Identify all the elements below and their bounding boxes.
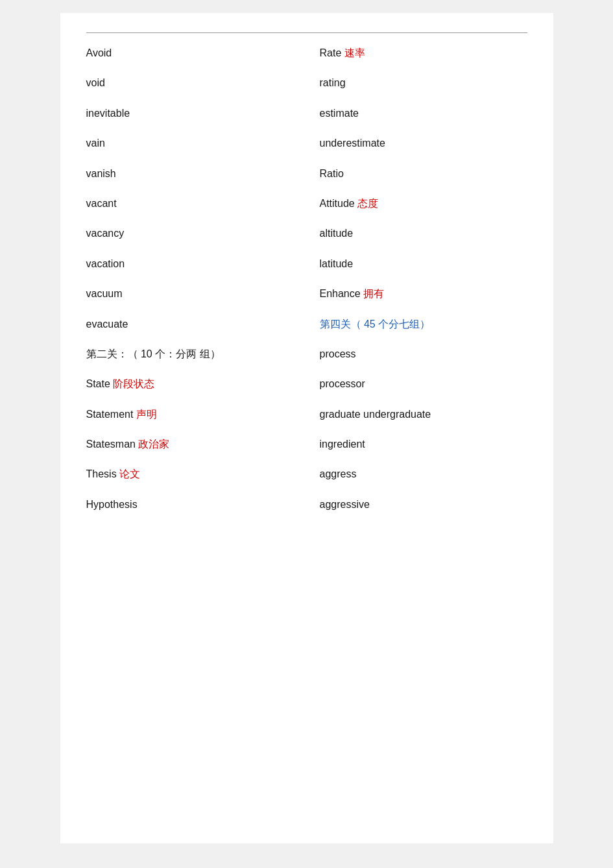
list-item: 第二关：（ 10 个：分两 组） [86, 347, 294, 361]
word-text: Ratio [320, 168, 344, 179]
list-item: underestimate [320, 136, 527, 151]
list-item: inevitable [86, 106, 294, 121]
list-item: vain [86, 136, 294, 151]
word-text: evacuate [86, 319, 128, 330]
left-column: Avoidvoidinevitablevainvanishvacantvacan… [86, 46, 294, 527]
list-item: 第四关（ 45 个分七组） [320, 317, 527, 332]
right-column: Rate 速率ratingestimateunderestimateRatioA… [320, 46, 527, 527]
list-item: aggress [320, 467, 527, 481]
list-item: evacuate [86, 317, 294, 332]
word-text: vain [86, 138, 105, 149]
list-item: Hypothesis [86, 498, 294, 512]
list-item: Statesman 政治家 [86, 437, 294, 452]
list-item: Statement 声明 [86, 407, 294, 422]
list-item: altitude [320, 226, 527, 241]
word-text: vanish [86, 168, 116, 179]
list-item: ingredient [320, 437, 527, 452]
word-text: vacuum [86, 288, 123, 299]
section-header-text: 第二关：（ 10 个：分两 组） [86, 348, 221, 359]
list-item: vacant [86, 197, 294, 211]
word-english: Thesis [86, 468, 120, 479]
section-header-text: 第四关（ 45 个分七组） [320, 319, 431, 330]
list-item: vacuum [86, 287, 294, 301]
word-text: inevitable [86, 108, 130, 119]
word-english: Rate [320, 47, 344, 58]
list-item: Avoid [86, 46, 294, 60]
word-text: processor [320, 378, 365, 389]
word-text: graduate undergraduate [320, 409, 431, 420]
word-chinese: 政治家 [138, 439, 169, 450]
word-chinese: 声明 [136, 409, 157, 420]
content-grid: Avoidvoidinevitablevainvanishvacantvacan… [86, 46, 527, 527]
list-item: aggressive [320, 498, 527, 512]
list-item: vanish [86, 167, 294, 181]
word-chinese: 阶段状态 [113, 378, 154, 389]
word-text: rating [320, 77, 346, 88]
page-container: Avoidvoidinevitablevainvanishvacantvacan… [60, 13, 553, 843]
top-divider [86, 32, 527, 33]
word-text: aggressive [320, 499, 370, 510]
list-item: latitude [320, 257, 527, 271]
word-chinese: 态度 [357, 198, 378, 209]
list-item: vacation [86, 257, 294, 271]
list-item: Attitude 态度 [320, 197, 527, 211]
word-text: ingredient [320, 439, 365, 450]
word-text: Hypothesis [86, 499, 138, 510]
list-item: estimate [320, 106, 527, 121]
word-text: void [86, 77, 105, 88]
word-chinese: 速率 [344, 47, 365, 58]
word-english: Attitude [320, 198, 358, 209]
word-english: State [86, 378, 114, 389]
list-item: Enhance 拥有 [320, 287, 527, 301]
word-chinese: 拥有 [363, 288, 384, 299]
list-item: rating [320, 76, 527, 90]
word-english: Enhance [320, 288, 364, 299]
word-english: Statement [86, 409, 136, 420]
word-chinese: 论文 [119, 468, 140, 479]
list-item: void [86, 76, 294, 90]
word-text: estimate [320, 108, 359, 119]
list-item: State 阶段状态 [86, 377, 294, 391]
word-english: Statesman [86, 439, 139, 450]
list-item: graduate undergraduate [320, 407, 527, 422]
list-item: processor [320, 377, 527, 391]
word-text: aggress [320, 468, 357, 479]
list-item: vacancy [86, 226, 294, 241]
word-text: underestimate [320, 138, 385, 149]
word-text: process [320, 348, 356, 359]
list-item: Ratio [320, 167, 527, 181]
word-text: Avoid [86, 47, 112, 58]
word-text: latitude [320, 258, 354, 269]
list-item: Thesis 论文 [86, 467, 294, 481]
word-text: vacation [86, 258, 125, 269]
word-text: altitude [320, 228, 354, 239]
word-text: vacant [86, 198, 117, 209]
list-item: process [320, 347, 527, 361]
word-text: vacancy [86, 228, 125, 239]
list-item: Rate 速率 [320, 46, 527, 60]
